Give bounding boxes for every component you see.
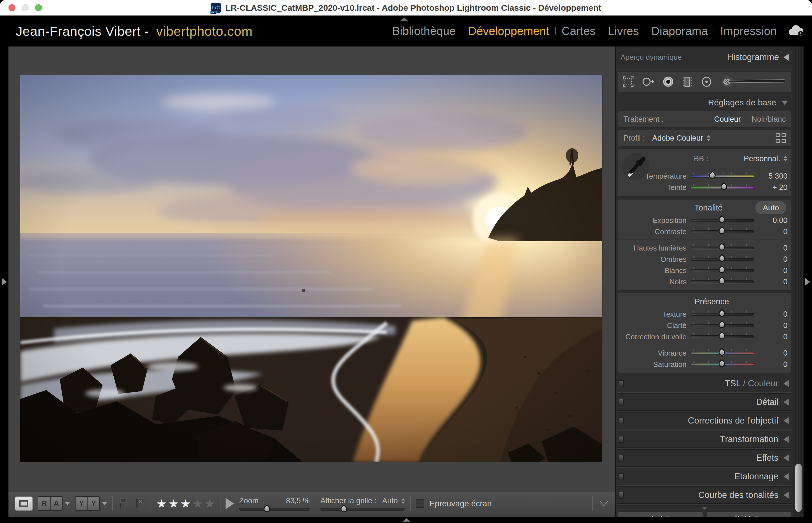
panel-calibration[interactable]: Etalonnage xyxy=(616,468,793,485)
radial-filter-icon[interactable] xyxy=(700,75,713,89)
clarity-slider[interactable] xyxy=(690,324,754,327)
module-impression[interactable]: Impression xyxy=(714,24,783,38)
panel-switch[interactable] xyxy=(619,436,624,443)
slider-thumb[interactable] xyxy=(717,254,727,263)
slider-thumb[interactable] xyxy=(717,276,727,286)
zoom-slider-thumb[interactable] xyxy=(263,504,272,514)
slider-thumb[interactable] xyxy=(717,309,727,318)
panel-transform[interactable]: Transformation xyxy=(616,431,793,448)
before-view-button[interactable]: Y xyxy=(75,497,87,510)
auto-tone-button[interactable]: Auto xyxy=(755,201,786,214)
vibrance-slider[interactable] xyxy=(690,352,754,355)
temperature-slider[interactable] xyxy=(690,175,754,178)
panel-tone-curve[interactable]: Courbe des tonalités xyxy=(616,487,793,503)
minimize-button[interactable] xyxy=(22,4,29,11)
slider-thumb[interactable] xyxy=(717,226,727,236)
module-developpement[interactable]: Développement xyxy=(462,24,555,38)
slider-thumb[interactable] xyxy=(708,171,717,180)
panel-switch[interactable] xyxy=(619,380,624,387)
module-cartes[interactable]: Cartes xyxy=(556,24,602,38)
panel-switch[interactable] xyxy=(619,454,624,462)
slider-thumb[interactable] xyxy=(717,320,727,329)
grid-opacity-slider[interactable] xyxy=(320,508,405,510)
expand-panel-icon[interactable] xyxy=(783,473,789,480)
after-view-button[interactable]: Y xyxy=(87,497,99,510)
white-balance-eyedropper-icon[interactable] xyxy=(622,153,649,180)
close-button[interactable] xyxy=(8,4,16,11)
show-filmstrip-arrow-icon[interactable] xyxy=(403,518,410,522)
module-livres[interactable]: Livres xyxy=(602,24,645,38)
highlights-slider[interactable] xyxy=(690,247,754,249)
slider-thumb[interactable] xyxy=(717,359,727,368)
module-diaporama[interactable]: Diaporama xyxy=(646,24,714,38)
exposure-slider[interactable] xyxy=(690,219,754,222)
expand-panel-icon[interactable] xyxy=(783,454,789,461)
loupe-view-button[interactable] xyxy=(15,497,33,510)
impromptu-slideshow-icon[interactable] xyxy=(226,498,234,509)
expand-panel-icon[interactable] xyxy=(783,492,789,499)
basic-panel-header[interactable]: Réglages de base xyxy=(616,94,793,111)
collapse-down-icon[interactable] xyxy=(781,101,788,105)
graduated-filter-icon[interactable] xyxy=(681,75,694,89)
module-bibliotheque[interactable]: Bibliothèque xyxy=(386,24,462,38)
grid-mode-select[interactable]: Auto xyxy=(382,497,405,505)
collapse-left-icon[interactable] xyxy=(783,54,789,60)
slider-thumb[interactable] xyxy=(719,182,728,191)
panel-effects[interactable]: Effets xyxy=(616,450,793,466)
wb-preset-select[interactable]: Personnal. xyxy=(744,155,788,163)
adjustment-brush-icon[interactable] xyxy=(719,75,789,89)
show-left-panel-arrow-icon[interactable] xyxy=(2,278,7,286)
collapse-right-panel-arrow-icon[interactable] xyxy=(805,278,810,286)
slider-thumb[interactable] xyxy=(717,242,727,252)
spot-removal-icon[interactable] xyxy=(641,75,655,89)
softproof-checkbox[interactable] xyxy=(416,499,424,508)
treatment-color-option[interactable]: Couleur xyxy=(714,115,741,124)
reference-view-button[interactable]: R xyxy=(38,497,50,510)
slider-thumb[interactable] xyxy=(717,265,727,274)
panel-scrollbar[interactable] xyxy=(793,47,804,517)
star-icon[interactable]: ★ xyxy=(192,497,203,510)
slider-thumb[interactable] xyxy=(717,331,727,341)
star-icon[interactable]: ★ xyxy=(156,497,167,510)
active-view-button[interactable]: A xyxy=(50,497,62,510)
expand-panel-icon[interactable] xyxy=(783,436,789,443)
compare-dropdown-icon[interactable] xyxy=(65,502,70,505)
flag-pick-icon[interactable] xyxy=(118,497,130,510)
panel-switch[interactable] xyxy=(619,473,624,480)
whites-slider[interactable] xyxy=(690,269,754,272)
fullscreen-button[interactable] xyxy=(35,4,42,11)
grid-slider-thumb[interactable] xyxy=(339,504,349,514)
crop-overlay-icon[interactable] xyxy=(622,75,635,89)
panel-hsl-color[interactable]: TSL / Couleur xyxy=(616,375,793,392)
flag-reject-icon[interactable] xyxy=(135,497,145,510)
panel-switch[interactable] xyxy=(619,417,624,425)
expand-panel-icon[interactable] xyxy=(783,380,789,387)
profile-browser-icon[interactable] xyxy=(776,133,786,143)
panel-switch[interactable] xyxy=(619,492,624,499)
saturation-slider[interactable] xyxy=(690,363,754,366)
histogram-header[interactable]: Histogramme xyxy=(727,52,789,62)
toolbar-options-chevron-icon[interactable] xyxy=(599,501,608,506)
sunset-beach-photo[interactable] xyxy=(20,75,602,462)
star-icon[interactable]: ★ xyxy=(180,497,191,510)
contrast-slider[interactable] xyxy=(690,230,754,233)
expand-panel-icon[interactable] xyxy=(783,399,789,405)
zoom-slider[interactable] xyxy=(239,508,310,510)
star-icon[interactable]: ★ xyxy=(205,497,215,510)
panel-lens-corrections[interactable]: Corrections de l'objectif xyxy=(616,413,793,429)
cloud-sync-icon[interactable] xyxy=(788,24,805,37)
slider-thumb[interactable] xyxy=(717,215,727,224)
expand-panel-icon[interactable] xyxy=(783,417,789,424)
red-eye-icon[interactable] xyxy=(662,75,675,89)
slider-thumb[interactable] xyxy=(717,348,727,357)
identity-plate[interactable]: Jean-François Vibert - vibertphoto.com xyxy=(16,23,253,39)
star-icon[interactable]: ★ xyxy=(168,497,179,510)
panel-switch[interactable] xyxy=(619,399,624,406)
profile-select[interactable]: Adobe Couleur xyxy=(652,134,710,143)
before-after-dropdown-icon[interactable] xyxy=(102,502,107,505)
dehaze-slider[interactable] xyxy=(690,335,754,338)
texture-slider[interactable] xyxy=(690,313,754,315)
treatment-bw-option[interactable]: Noir/blanc xyxy=(752,115,786,124)
shadows-slider[interactable] xyxy=(690,258,754,261)
blacks-slider[interactable] xyxy=(690,281,754,283)
